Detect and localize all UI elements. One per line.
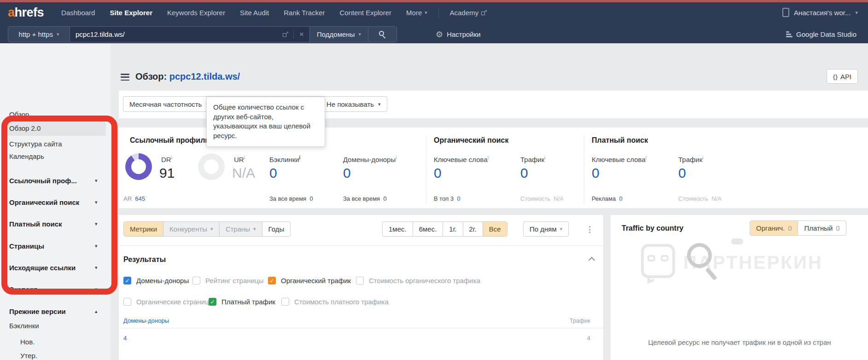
chevron-down-icon: ▾ [560,226,563,232]
checkbox-paid-cost[interactable] [281,298,289,306]
checkbox-paid-cost-label[interactable]: Стоимость платного трафика [294,298,389,306]
range-all[interactable]: Все [483,222,507,236]
range-6months[interactable]: 6мес. [413,222,443,236]
table-row-value-right: 4 [548,335,590,342]
chevron-up-icon[interactable]: ▴ [95,308,98,314]
range-1year[interactable]: 1г. [443,222,462,236]
checkbox-paid-traffic[interactable]: ✓ [209,298,216,306]
search-button[interactable] [368,27,396,42]
paid-traffic-value[interactable]: 0 [678,165,686,181]
tab-years[interactable]: Годы [262,222,291,236]
table-row-value-left[interactable]: 4 [123,335,127,342]
watermark-cloud-icon [731,238,743,244]
info-icon[interactable]: i [488,155,489,160]
checkbox-organic-pages-label[interactable]: Органические страницы [136,298,214,306]
paid-toggle-button[interactable]: Платный0 [798,221,845,235]
metrics-divider [584,136,584,204]
backlinks-label: Бэклинкиi [269,155,300,163]
backlinks-value[interactable]: 0 [269,165,277,181]
range-2years[interactable]: 2г. [463,222,483,236]
organic-toggle-count: 0 [788,224,792,232]
info-icon[interactable]: i [702,155,703,160]
refdomains-value[interactable]: 0 [343,165,351,181]
nav-academy[interactable]: Academy↗ [443,9,494,17]
api-label: API [840,73,851,81]
paid-ads: Реклама 0 [592,195,623,202]
checkbox-ref-domains-label[interactable]: Домены-доноры [136,277,189,285]
nav-keywords-explorer[interactable]: Keywords Explorer [160,9,233,17]
api-button[interactable]: {}API [827,69,858,84]
interval-label: По дням [530,225,557,233]
url-divider [293,30,294,39]
ar-rank: AR 645 [123,195,145,202]
subdomains-dropdown[interactable]: Поддомены▾ [309,27,368,42]
interval-dropdown[interactable]: По дням▾ [523,221,569,237]
account-chevron-down-icon[interactable]: ▾ [855,10,858,16]
nav-site-explorer[interactable]: Site Explorer [102,9,160,17]
nav-rank-tracker[interactable]: Rank Tracker [276,9,332,17]
results-panel [119,215,603,360]
frequency-dropdown[interactable]: Месячная частотность▾ [123,96,215,112]
google-data-studio-link[interactable]: Google Data Studio [786,26,856,42]
account-name[interactable]: Анастасия's wor... [794,9,851,17]
nav-divider [438,7,439,17]
info-icon[interactable]: i [646,155,647,160]
tab-countries[interactable]: Страны▾ [219,222,262,236]
checkbox-organic-cost-label[interactable]: Стоимость органического трафика [369,277,480,285]
sidebar-item-backlinks[interactable]: Бэклинки [9,322,39,330]
results-title: Результаты [123,255,166,264]
checkbox-ref-domains[interactable]: ✓ [123,277,131,285]
hamburger-menu-icon[interactable] [121,74,129,81]
checkbox-page-rating[interactable] [192,277,200,285]
dr-value: 91 [159,165,175,181]
device-icon[interactable] [782,8,789,17]
info-icon[interactable]: i [244,155,245,160]
checkbox-organic-traffic-label[interactable]: Органический трафик [281,277,351,285]
tab-metrics[interactable]: Метрики [124,222,163,236]
open-url-icon[interactable]: ↗ [283,32,288,37]
country-traffic-toggle: Органич.0 Платный0 [750,221,846,236]
info-icon[interactable]: i [396,155,396,160]
nav-more[interactable]: More▾ [399,9,435,17]
organic-keywords-value[interactable]: 0 [434,165,442,181]
checkbox-organic-traffic[interactable]: ✓ [268,277,276,285]
info-icon[interactable]: i [171,155,172,160]
organic-traffic-value[interactable]: 0 [520,165,528,181]
nav-site-audit[interactable]: Site Audit [233,9,276,17]
range-1month[interactable]: 1мес. [383,222,413,236]
info-icon[interactable]: i [299,155,301,160]
organic-cost: Стоимость N/A [520,195,564,202]
checkbox-page-rating-label[interactable]: Рейтинг страницы [205,277,263,285]
refdomains-label: Домены-донорыi [343,155,396,163]
nav-content-explorer[interactable]: Content Explorer [332,9,399,17]
sidebar-section-legacy-versions[interactable]: Прежние версии [9,308,66,315]
checkbox-paid-traffic-label[interactable]: Платный трафик [221,298,275,306]
ahrefs-logo[interactable]: ahrefs [8,6,44,20]
nav-dashboard[interactable]: Dashboard [54,9,102,17]
navbar-right: Анастасия's wor... ▾ [782,8,858,17]
sidebar-item-lost-backlinks[interactable]: Утер. [20,352,37,360]
target-domain-link[interactable]: pcpc12.tilda.ws/ [169,71,240,81]
url-value: pcpc12.tilda.ws/ [76,30,125,38]
ur-value: N/A [232,165,255,181]
ref-domains-table-link[interactable]: Домены-доноры [123,317,169,324]
page-title-prefix: Обзор: [135,71,167,81]
data-studio-label: Google Data Studio [796,30,856,38]
url-input[interactable]: pcpc12.tilda.ws/ ↗ × [70,27,309,42]
dr-gauge [125,153,152,180]
info-icon[interactable]: i [544,155,545,160]
close-icon[interactable]: × [299,30,304,38]
checkbox-organic-cost[interactable] [356,277,364,285]
paid-keywords-value[interactable]: 0 [592,165,600,181]
tab-competitors[interactable]: Конкуренты▾ [163,222,219,236]
check-icon: ✓ [269,278,274,284]
settings-button[interactable]: ⚙ Настройки [436,26,481,42]
checkbox-organic-pages[interactable] [123,298,131,306]
frequency-label: Месячная частотность [129,100,202,108]
data-studio-icon [786,31,792,37]
protocol-dropdown[interactable]: http + https▾ [8,27,70,42]
sidebar-item-new-backlinks[interactable]: Нов. [20,338,35,346]
ar-value-link[interactable]: 645 [135,195,145,202]
organic-toggle-button[interactable]: Органич.0 [750,221,798,235]
kebab-menu-icon[interactable]: ⋮ [586,225,594,234]
